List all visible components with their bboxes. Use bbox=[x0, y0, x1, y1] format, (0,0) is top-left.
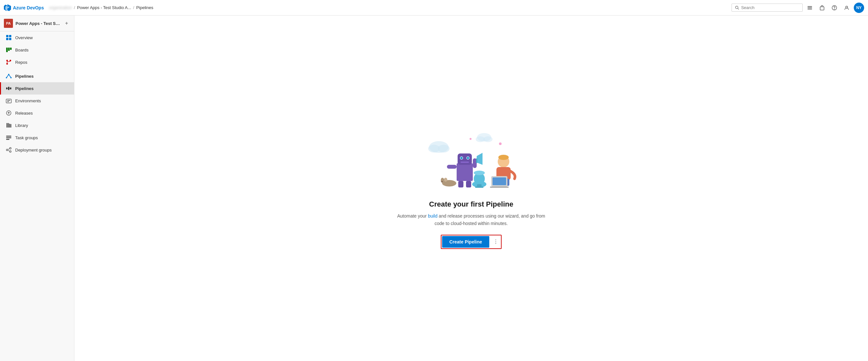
svg-rect-73 bbox=[477, 184, 482, 187]
svg-rect-53 bbox=[458, 154, 472, 165]
svg-point-72 bbox=[474, 171, 485, 175]
svg-rect-62 bbox=[476, 158, 477, 163]
boards-icon bbox=[5, 47, 12, 53]
svg-rect-23 bbox=[8, 87, 9, 90]
azure-devops-logo-icon bbox=[4, 4, 11, 11]
main-layout: PA Power Apps - Test Stud... + Overview bbox=[0, 16, 868, 361]
svg-marker-61 bbox=[477, 153, 483, 165]
svg-point-19 bbox=[8, 74, 9, 75]
pipelines-icon bbox=[5, 85, 12, 92]
empty-illustration bbox=[420, 128, 523, 192]
sidebar-item-releases[interactable]: Releases bbox=[0, 107, 74, 119]
breadcrumb: organization / Power Apps - Test Studio … bbox=[49, 5, 729, 10]
notifications-icon[interactable] bbox=[805, 3, 815, 13]
topbar: Azure DevOps organization / Power Apps -… bbox=[0, 0, 868, 16]
svg-point-56 bbox=[461, 157, 462, 159]
releases-icon bbox=[5, 110, 12, 116]
project-header: PA Power Apps - Test Stud... + bbox=[0, 16, 74, 31]
logo[interactable]: Azure DevOps bbox=[4, 4, 44, 11]
svg-point-21 bbox=[10, 77, 12, 78]
svg-rect-36 bbox=[6, 136, 11, 137]
svg-rect-64 bbox=[466, 181, 471, 188]
empty-state: Create your first Pipeline Automate your… bbox=[397, 128, 545, 249]
svg-rect-28 bbox=[7, 100, 10, 101]
main-content: Create your first Pipeline Automate your… bbox=[74, 16, 868, 361]
repos-icon bbox=[5, 59, 12, 65]
svg-rect-15 bbox=[10, 48, 12, 50]
sidebar-item-pipelines-header[interactable]: Pipelines bbox=[0, 68, 74, 82]
svg-rect-13 bbox=[6, 48, 8, 52]
empty-state-description: Automate your build and release processe… bbox=[397, 213, 545, 227]
sidebar-item-boards[interactable]: Boards bbox=[0, 44, 74, 56]
svg-rect-2 bbox=[808, 6, 812, 7]
sidebar-item-environments-label: Environments bbox=[15, 99, 41, 103]
svg-rect-74 bbox=[475, 187, 484, 188]
svg-rect-10 bbox=[9, 35, 11, 37]
sidebar-item-pipelines-header-label: Pipelines bbox=[15, 74, 34, 79]
search-box[interactable] bbox=[732, 4, 803, 12]
sidebar-item-repos[interactable]: Repos bbox=[0, 56, 74, 68]
logo-text: Azure DevOps bbox=[13, 5, 44, 10]
sidebar-item-task-groups[interactable]: Task groups bbox=[0, 132, 74, 144]
sidebar-item-repos-label: Repos bbox=[15, 60, 28, 65]
sidebar-item-overview[interactable]: Overview bbox=[0, 31, 74, 44]
svg-point-48 bbox=[476, 136, 485, 142]
svg-rect-63 bbox=[458, 181, 463, 188]
svg-rect-4 bbox=[808, 9, 812, 9]
svg-point-46 bbox=[438, 145, 450, 152]
create-pipeline-area: Create Pipeline ⋮ bbox=[441, 235, 501, 249]
svg-rect-3 bbox=[808, 7, 812, 8]
topbar-right: NY bbox=[732, 3, 864, 13]
sidebar-item-deployment-groups[interactable]: Deployment groups bbox=[0, 144, 74, 156]
add-project-button[interactable]: + bbox=[63, 20, 70, 27]
svg-point-8 bbox=[846, 6, 848, 8]
svg-rect-5 bbox=[820, 7, 824, 10]
svg-point-69 bbox=[441, 181, 443, 182]
svg-rect-82 bbox=[490, 187, 509, 188]
more-options-button[interactable]: ⋮ bbox=[491, 236, 500, 248]
sidebar-item-library-label: Library bbox=[15, 123, 28, 128]
svg-rect-58 bbox=[461, 162, 469, 163]
svg-rect-33 bbox=[8, 123, 9, 128]
sidebar-item-boards-label: Boards bbox=[15, 48, 28, 52]
project-avatar: PA bbox=[4, 19, 13, 28]
svg-line-43 bbox=[8, 150, 10, 151]
breadcrumb-page: Pipelines bbox=[136, 5, 153, 10]
svg-rect-32 bbox=[6, 123, 7, 128]
search-input[interactable] bbox=[741, 5, 799, 10]
sidebar-item-environments[interactable]: Environments bbox=[0, 94, 74, 107]
sidebar-item-deployment-groups-label: Deployment groups bbox=[15, 148, 52, 152]
basket-icon[interactable] bbox=[817, 3, 827, 13]
svg-rect-35 bbox=[10, 124, 11, 128]
svg-point-17 bbox=[6, 63, 8, 65]
empty-state-title: Create your first Pipeline bbox=[429, 200, 513, 209]
svg-rect-52 bbox=[457, 163, 473, 181]
svg-point-68 bbox=[444, 178, 447, 182]
svg-point-57 bbox=[467, 157, 469, 159]
user-avatar[interactable]: NY bbox=[854, 3, 864, 13]
svg-rect-22 bbox=[6, 87, 7, 89]
breadcrumb-org: organization bbox=[49, 5, 72, 10]
sidebar-item-overview-label: Overview bbox=[15, 35, 33, 40]
svg-point-16 bbox=[6, 60, 8, 61]
create-pipeline-button[interactable]: Create Pipeline bbox=[442, 236, 489, 248]
user-settings-icon[interactable] bbox=[841, 3, 852, 13]
svg-point-50 bbox=[499, 142, 502, 145]
svg-point-41 bbox=[10, 151, 11, 152]
help-icon[interactable] bbox=[829, 3, 840, 13]
svg-point-76 bbox=[498, 155, 509, 160]
sidebar-item-pipelines-label: Pipelines bbox=[15, 86, 34, 91]
breadcrumb-project[interactable]: Power Apps - Test Studio A... bbox=[77, 5, 131, 10]
svg-point-7 bbox=[834, 9, 835, 9]
project-name[interactable]: Power Apps - Test Stud... bbox=[16, 21, 60, 26]
svg-rect-59 bbox=[447, 165, 457, 169]
svg-rect-11 bbox=[6, 38, 8, 40]
sidebar-item-library[interactable]: Library bbox=[0, 119, 74, 132]
svg-point-51 bbox=[470, 138, 471, 140]
search-icon bbox=[735, 5, 739, 10]
sidebar: PA Power Apps - Test Stud... + Overview bbox=[0, 16, 74, 361]
sidebar-item-pipelines[interactable]: Pipelines bbox=[0, 82, 74, 94]
svg-rect-12 bbox=[9, 38, 11, 40]
build-link[interactable]: build bbox=[428, 213, 438, 219]
svg-rect-29 bbox=[7, 101, 9, 102]
